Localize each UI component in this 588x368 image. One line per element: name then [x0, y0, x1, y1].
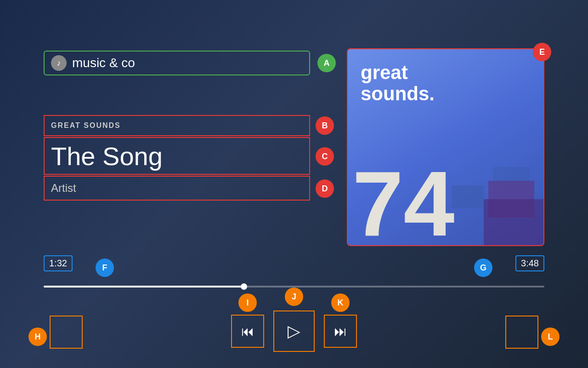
progress-thumb[interactable]	[241, 283, 247, 290]
time-start-area: 1:32	[44, 255, 73, 271]
right-action-button[interactable]	[505, 316, 538, 349]
next-button[interactable]: ⏭	[324, 315, 357, 348]
badge-f: F	[96, 259, 114, 277]
app-name-label: music & co	[72, 56, 135, 70]
album-art: great sounds. 74	[347, 48, 544, 246]
total-time: 3:48	[515, 255, 544, 271]
badge-d: D	[316, 179, 334, 198]
track-info-section: GREAT SOUNDS B The Song C Artist D	[44, 115, 334, 202]
badge-e: E	[533, 43, 551, 61]
next-btn-wrapper: K ⏭	[324, 315, 357, 348]
prev-btn-wrapper: I ⏮	[231, 315, 264, 348]
song-row: The Song C	[44, 138, 334, 175]
deco-block-3	[452, 185, 484, 208]
album-inner: great sounds. 74	[348, 49, 543, 245]
genre-label: GREAT SOUNDS	[51, 121, 121, 130]
genre-row: GREAT SOUNDS B	[44, 115, 334, 136]
album-number: 74	[352, 158, 454, 246]
time-end-area: 3:48	[515, 255, 544, 271]
song-title-box: The Song	[44, 137, 310, 175]
artist-box: Artist	[44, 176, 310, 201]
app-name-box: ♪ music & co	[44, 51, 310, 75]
play-button[interactable]: ▷	[273, 310, 315, 352]
artist-row: Artist D	[44, 177, 334, 201]
progress-fill	[44, 286, 244, 288]
current-time: 1:32	[44, 255, 73, 271]
badge-j: J	[285, 288, 303, 306]
prev-button[interactable]: ⏮	[231, 315, 264, 348]
controls-section: I ⏮ J ▷ K ⏭	[0, 310, 588, 352]
header-bar: ♪ music & co A	[44, 51, 336, 75]
badge-l: L	[541, 328, 560, 346]
badge-a: A	[317, 54, 336, 72]
deco-block-2	[484, 199, 543, 245]
artist-label: Artist	[51, 182, 76, 195]
genre-box: GREAT SOUNDS	[44, 115, 310, 136]
song-title-label: The Song	[51, 141, 163, 171]
album-title: great sounds.	[361, 62, 435, 104]
badge-b: B	[316, 116, 334, 135]
prev-icon: ⏮	[241, 324, 254, 339]
badge-g: G	[474, 259, 492, 277]
music-icon: ♪	[51, 55, 67, 71]
badge-c: C	[316, 147, 334, 166]
badge-i: I	[238, 293, 257, 312]
play-btn-wrapper: J ▷	[273, 310, 315, 352]
badge-k: K	[331, 293, 350, 312]
next-icon: ⏭	[334, 324, 347, 339]
play-icon: ▷	[288, 322, 300, 341]
